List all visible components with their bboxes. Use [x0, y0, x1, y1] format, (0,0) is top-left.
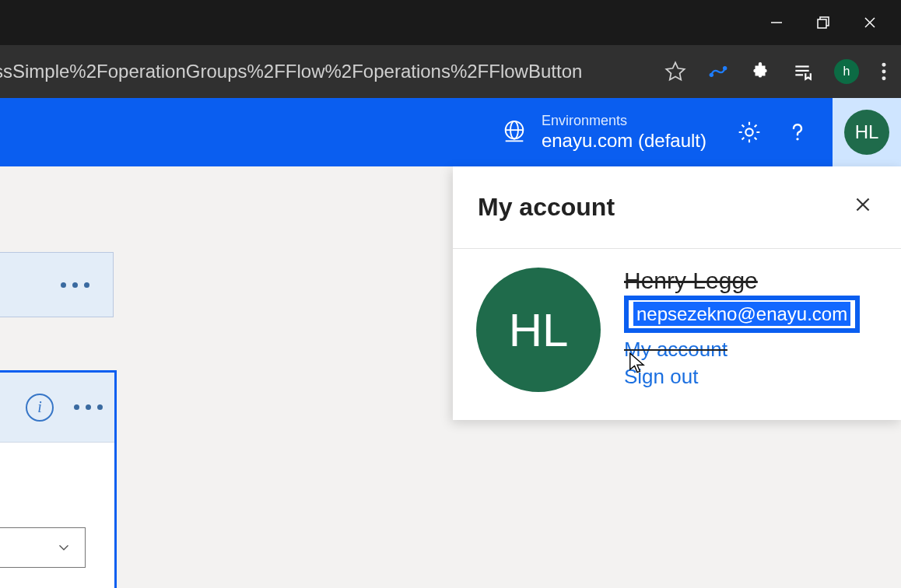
svg-point-17: [745, 128, 752, 135]
close-window-button[interactable]: [847, 4, 893, 41]
svg-point-12: [882, 76, 886, 80]
bookmark-star-icon[interactable]: [664, 61, 686, 82]
account-avatar-button[interactable]: HL: [833, 98, 901, 166]
card-description: onnect your: [0, 457, 103, 478]
card-header: i: [0, 373, 114, 443]
my-account-link[interactable]: My account: [624, 338, 860, 362]
kebab-menu-icon[interactable]: [881, 61, 887, 82]
url-text[interactable]: ssSimple%2FoperationGroups%2FFlow%2Foper…: [0, 61, 582, 82]
window-titlebar: [0, 0, 901, 45]
user-display-name: Henry Legge: [624, 268, 860, 294]
extensions-puzzle-icon[interactable]: [750, 61, 770, 82]
dropdown-field[interactable]: [0, 527, 86, 568]
sign-out-link[interactable]: Sign out: [624, 365, 860, 389]
app-header: Environments enayu.com (default) HL: [0, 98, 901, 166]
content-area: i onnect your My account HL Henry Legge …: [0, 166, 901, 588]
environment-label: Environments: [542, 112, 706, 130]
svg-rect-2: [818, 19, 826, 28]
settings-gear-icon[interactable]: [730, 113, 769, 152]
panel-title: My account: [478, 193, 615, 222]
mouse-cursor-icon: [628, 352, 647, 378]
email-highlight-box: nepsezekno@enayu.com: [624, 296, 860, 333]
environment-selector[interactable]: Environments enayu.com (default): [501, 112, 706, 153]
more-dots-icon[interactable]: [74, 404, 103, 410]
avatar-initials: HL: [844, 110, 889, 155]
reading-list-icon[interactable]: [792, 61, 812, 82]
flow-extension-icon[interactable]: [708, 61, 728, 82]
close-icon[interactable]: [853, 194, 873, 220]
svg-point-6: [723, 66, 727, 70]
more-dots-icon[interactable]: [61, 282, 89, 288]
svg-point-11: [882, 70, 886, 74]
flow-card-fragment-bottom: i onnect your: [0, 370, 117, 588]
user-email: nepsezekno@enayu.com: [633, 302, 850, 326]
info-icon[interactable]: i: [26, 394, 54, 422]
help-icon[interactable]: [778, 113, 817, 152]
my-account-panel: My account HL Henry Legge nepsezekno@ena…: [453, 166, 901, 420]
svg-point-5: [710, 73, 713, 77]
address-bar: ssSimple%2FoperationGroups%2FFlow%2Foper…: [0, 45, 901, 98]
svg-point-18: [796, 138, 798, 140]
chevron-down-icon: [55, 539, 72, 556]
maximize-button[interactable]: [800, 4, 847, 41]
globe-icon: [501, 119, 528, 145]
flow-card-fragment-top[interactable]: [0, 252, 114, 317]
svg-point-10: [882, 63, 886, 67]
minimize-button[interactable]: [753, 4, 800, 41]
browser-profile-avatar[interactable]: h: [834, 59, 859, 84]
user-avatar-large: HL: [476, 268, 601, 392]
environment-name: enayu.com (default): [542, 129, 706, 152]
